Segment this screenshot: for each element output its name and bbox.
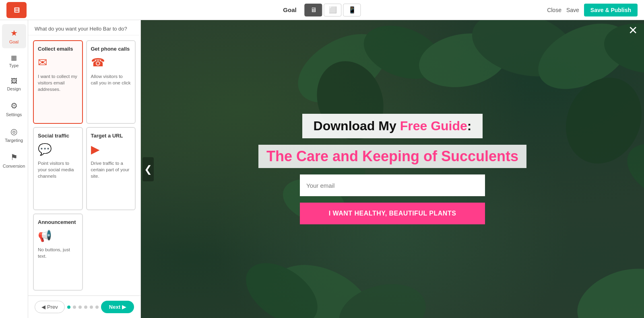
dot-3: [78, 306, 82, 309]
collect-emails-icon: ✉: [38, 56, 47, 69]
device-tablet-button[interactable]: ⬜: [324, 4, 342, 16]
collect-emails-desc: I want to collect my visitors email addr…: [38, 73, 78, 92]
phone-calls-desc: Allow visitors to call you in one click: [91, 73, 131, 86]
dot-2: [73, 306, 76, 309]
sidebar-nav: ★ Goal ▦ Type 🖼 Design ⚙ Settings ◎ Targ…: [0, 20, 28, 318]
sidebar-item-conversion[interactable]: ⚑ Conversion: [2, 148, 26, 172]
save-publish-button[interactable]: Save & Publish: [584, 4, 638, 16]
conversion-icon: ⚑: [10, 152, 18, 162]
save-button[interactable]: Save: [566, 7, 579, 13]
device-mobile-button[interactable]: 📱: [343, 4, 361, 16]
progress-dots: [67, 306, 99, 309]
dot-6: [95, 306, 99, 309]
headline-box: Download My Free Guide:: [302, 114, 483, 138]
next-label: Next: [109, 304, 120, 310]
sidebar-conversion-label: Conversion: [3, 164, 25, 168]
sidebar-item-settings[interactable]: ⚙ Settings: [2, 97, 26, 121]
targeting-icon: ◎: [10, 127, 17, 136]
sidebar-item-targeting[interactable]: ◎ Targeting: [2, 123, 26, 147]
sidebar-type-label: Type: [9, 63, 19, 68]
top-bar-title: Goal: [283, 6, 296, 13]
dot-1: [67, 306, 70, 309]
logo-box: ⊟: [6, 2, 27, 18]
close-button[interactable]: Close: [547, 7, 561, 13]
goal-card-target-url[interactable]: Target a URL ▶ Drive traffic to a certai…: [86, 127, 136, 211]
announcement-title: Announcement: [38, 219, 76, 225]
headline-text: Download My Free Guide:: [314, 119, 472, 133]
target-url-desc: Drive traffic to a certain part of your …: [91, 160, 131, 179]
goal-panel-header: What do you want your Hello Bar to do?: [28, 20, 140, 35]
collect-emails-title: Collect emails: [38, 46, 73, 52]
prev-arrow-icon: ◀: [41, 304, 45, 310]
sidebar-settings-label: Settings: [6, 112, 22, 117]
goal-card-announcement[interactable]: Announcement 📢 No buttons, just text.: [33, 213, 83, 291]
dot-4: [84, 306, 87, 309]
preview-area: Download My Free Guide: The Care and Kee…: [141, 20, 644, 318]
email-input[interactable]: [300, 174, 485, 196]
type-icon: ▦: [11, 54, 17, 62]
prev-label: Prev: [47, 304, 58, 310]
sidebar-item-goal[interactable]: ★ Goal: [2, 24, 26, 48]
goal-panel: What do you want your Hello Bar to do? C…: [28, 20, 141, 318]
social-traffic-icon: 💬: [38, 143, 52, 156]
target-url-icon: ▶: [91, 143, 100, 156]
next-button[interactable]: Next ▶: [101, 301, 134, 313]
sidebar-item-design[interactable]: 🖼 Design: [2, 74, 26, 95]
close-x-button[interactable]: ✕: [628, 25, 638, 36]
social-traffic-desc: Point visitors to your social media chan…: [38, 160, 78, 179]
sidebar-design-label: Design: [7, 86, 21, 91]
announcement-icon: 📢: [38, 229, 52, 242]
design-icon: 🖼: [11, 78, 17, 85]
settings-icon: ⚙: [10, 101, 18, 111]
subheadline-box: The Care and Keeping of Succulents: [258, 145, 526, 168]
cta-button[interactable]: I WANT HEALTHY, BEAUTIFUL PLANTS: [300, 203, 485, 224]
phone-calls-title: Get phone calls: [91, 46, 130, 52]
sidebar-targeting-label: Targeting: [5, 138, 23, 143]
announcement-desc: No buttons, just text.: [38, 246, 78, 259]
dot-5: [90, 306, 93, 309]
top-bar: ⊟ Goal 🖥 ⬜ 📱 Close Save Save & Publish: [0, 0, 644, 20]
bottom-nav: ◀ Prev Next ▶: [28, 295, 140, 318]
social-traffic-title: Social traffic: [38, 133, 69, 139]
sidebar-goal-label: Goal: [9, 39, 19, 44]
target-url-title: Target a URL: [91, 133, 123, 139]
sidebar-item-type[interactable]: ▦ Type: [2, 50, 26, 72]
preview-content: Download My Free Guide: The Care and Kee…: [141, 20, 644, 318]
goal-card-collect-emails[interactable]: Collect emails ✉ I want to collect my vi…: [33, 40, 83, 124]
prev-button[interactable]: ◀ Prev: [35, 301, 65, 313]
subheadline-text: The Care and Keeping of Succulents: [266, 148, 518, 165]
goal-card-phone-calls[interactable]: Get phone calls ☎ Allow visitors to call…: [86, 40, 136, 124]
goal-card-social-traffic[interactable]: Social traffic 💬 Point visitors to your …: [33, 127, 83, 211]
main-layout: ★ Goal ▦ Type 🖼 Design ⚙ Settings ◎ Targ…: [0, 20, 644, 318]
logo-icon: ⊟: [14, 6, 20, 14]
goal-cards: Collect emails ✉ I want to collect my vi…: [28, 35, 140, 295]
goal-icon: ★: [10, 28, 18, 38]
left-arrow-button[interactable]: ❮: [142, 157, 154, 181]
headline-pink: Free Guide: [400, 119, 467, 133]
next-arrow-icon: ▶: [122, 304, 126, 310]
device-desktop-button[interactable]: 🖥: [305, 4, 322, 16]
phone-calls-icon: ☎: [91, 56, 105, 69]
